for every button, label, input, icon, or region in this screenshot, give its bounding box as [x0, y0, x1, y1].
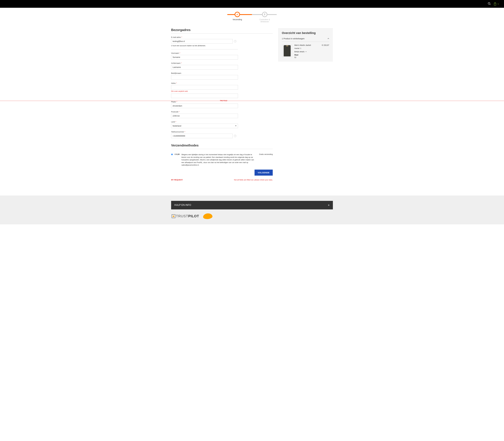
annotation-message: Not all fields are filled out. please ch… [234, 179, 273, 181]
company-label: Bedrijfsnaam [171, 72, 273, 74]
help-info-title: HULP EN INFO [174, 204, 191, 206]
shipping-description: Wegens een tijdelijke storing is het mom… [181, 153, 257, 166]
order-summary: Overzicht van bestelling 1 Product in wi… [278, 28, 333, 62]
shipping-address-title: Bezorgadres [171, 28, 273, 33]
email-label: E-mail adres* [171, 36, 273, 38]
product-qty: Aantal: 1 [294, 47, 320, 49]
check-icon [236, 13, 239, 16]
step-2-label: Controleer & Afrekenen [258, 18, 271, 23]
attr-value: 52 [294, 56, 320, 58]
country-label: Land* [171, 121, 273, 123]
star-icon [172, 214, 175, 218]
lastname-field[interactable] [171, 65, 238, 69]
summary-sub-label: 1 Product in winkelwagen [282, 37, 305, 40]
checkout-progress: Verzending 2 Controleer & Afrekenen [171, 12, 333, 23]
step-1-label: Verzending [233, 18, 242, 21]
phone-label: Telefoonnummer* [171, 131, 273, 133]
step-1-circle [235, 12, 240, 17]
product-price: € 153,97 [322, 44, 329, 58]
city-field[interactable] [171, 104, 238, 108]
help-icon[interactable]: ? [234, 135, 236, 137]
next-button[interactable]: VOLGENDE [255, 170, 273, 176]
email-field[interactable] [171, 39, 233, 44]
svg-line-1 [490, 4, 490, 5]
email-hint: U kunt een account maken na het afrekene… [171, 45, 273, 47]
shipping-option-radio[interactable] [171, 154, 173, 155]
cart-count: 1 [498, 3, 499, 5]
trustpilot-logo: TRUSTPILOT [172, 214, 199, 218]
chevron-up-icon [327, 38, 329, 39]
bag-icon [494, 2, 497, 5]
details-toggle[interactable]: Bekijk details [294, 51, 307, 53]
cart-button[interactable]: 1 [494, 2, 499, 5]
product-thumbnail [282, 44, 293, 58]
badge-icon [203, 213, 213, 220]
firstname-label: Voornaam* [171, 52, 273, 54]
company-field[interactable] [171, 75, 238, 79]
summary-title: Overzicht van bestelling [282, 31, 329, 35]
cart-item: Men's Martin Jacket Aantal: 1 Bekijk det… [282, 42, 329, 58]
summary-toggle[interactable]: 1 Product in winkelwagen [282, 37, 329, 42]
site-header: 1 [0, 0, 504, 8]
svg-point-0 [488, 2, 490, 4]
address-error: Dit is een verplicht veld. [171, 90, 273, 92]
search-icon[interactable] [488, 2, 491, 6]
shipping-type: Gratis verzending [259, 153, 273, 155]
address-label: Adres* [171, 82, 273, 84]
address-line1-field[interactable] [171, 85, 238, 90]
lastname-label: Achternaam* [171, 62, 273, 64]
help-icon[interactable]: ? [234, 40, 236, 43]
chevron-up-icon [305, 51, 307, 52]
step-2-circle: 2 [262, 12, 267, 17]
plus-icon: + [328, 203, 330, 207]
address-line2-field[interactable] [171, 94, 238, 98]
shipping-methods-title: Verzendmethodes [171, 143, 273, 149]
divider [171, 49, 238, 49]
product-name: Men's Martin Jacket [294, 44, 320, 46]
fold-label: THE FOLD [220, 100, 227, 101]
shipping-price: € 0,00 [175, 153, 179, 155]
postcode-label: Postcode* [171, 111, 273, 113]
phone-field[interactable] [171, 134, 233, 138]
svg-marker-3 [172, 215, 175, 218]
firstname-field[interactable] [171, 55, 238, 60]
country-select[interactable]: Nederland [171, 124, 238, 128]
attr-label: Maat [294, 54, 320, 56]
annotation-label: MY REQUEST: [171, 179, 183, 181]
postcode-field[interactable] [171, 114, 238, 118]
help-info-bar[interactable]: HULP EN INFO + [171, 201, 333, 209]
